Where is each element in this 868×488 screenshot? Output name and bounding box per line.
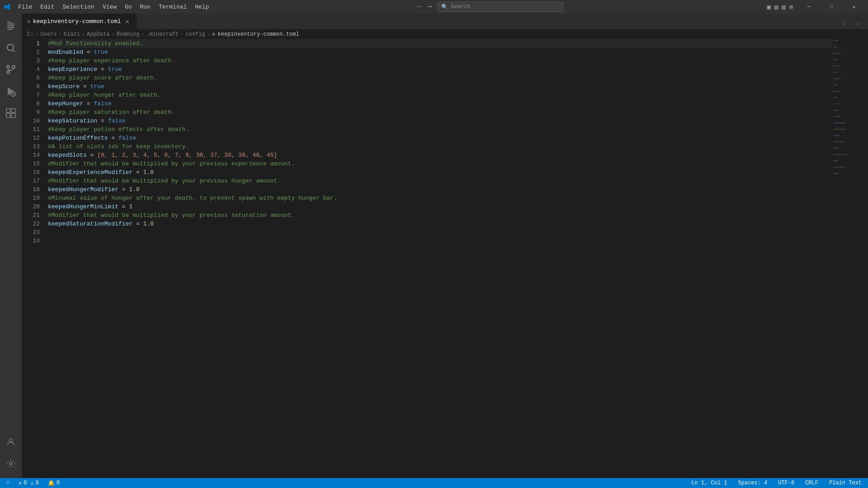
run-debug-icon	[5, 86, 16, 97]
line-number-22: 22	[22, 220, 40, 228]
activity-extensions[interactable]	[0, 102, 22, 124]
split-editor-button[interactable]: ⋮	[837, 16, 850, 29]
menu-go[interactable]: Go	[121, 3, 136, 11]
tab-bar: ⚙ keepinventory-common.toml ✕ ⋮ …	[22, 14, 868, 29]
code-line-19: #Minumal value of hunger after your deat…	[48, 194, 832, 202]
code-line-1: #Mod functionality enabled.	[48, 39, 832, 48]
editor-area: ⚙ keepinventory-common.toml ✕ ⋮ … C: › U…	[22, 14, 868, 478]
line-number-24: 24	[22, 237, 40, 245]
svg-rect-1	[7, 23, 14, 24]
svg-line-6	[13, 50, 15, 52]
account-icon	[6, 437, 16, 447]
svg-rect-0	[7, 22, 12, 23]
menu-view[interactable]: View	[99, 3, 120, 11]
breadcrumb-config[interactable]: config	[186, 31, 205, 38]
breadcrumb-minecraft[interactable]: .minecraft	[146, 31, 179, 38]
source-control-count: 0	[57, 480, 60, 486]
line-number-1: 1	[22, 39, 40, 48]
breadcrumb-appdata[interactable]: AppData	[87, 31, 109, 38]
activity-bar	[0, 14, 22, 478]
line-number-6: 6	[22, 82, 40, 91]
minimize-button[interactable]: ─	[798, 0, 819, 14]
activity-explorer[interactable]	[0, 15, 22, 37]
tab-keepinventory[interactable]: ⚙ keepinventory-common.toml ✕	[22, 14, 137, 29]
code-line-17: #Modifier that would be multiplied by yo…	[48, 177, 832, 185]
line-number-23: 23	[22, 228, 40, 237]
menu-edit[interactable]: Edit	[37, 3, 58, 11]
warning-count: 0	[36, 480, 39, 486]
source-control-status-icon: 🔔	[48, 480, 55, 487]
breadcrumb: C: › Users › blazi › AppData › Roaming ›…	[22, 29, 868, 39]
status-right: Ln 1, Col 1 Spaces: 4 UTF-8 CRLF Plain T…	[689, 478, 864, 488]
menu-terminal[interactable]: Terminal	[155, 3, 190, 11]
line-number-2: 2	[22, 48, 40, 56]
extensions-icon	[5, 108, 16, 118]
error-icon: ✕	[19, 480, 22, 487]
svg-point-8	[12, 66, 15, 68]
status-branch[interactable]: ⑂	[4, 478, 12, 488]
code-line-5: #Keep player score after death.	[48, 74, 832, 82]
activity-search[interactable]	[0, 37, 22, 59]
nav-back[interactable]: ←	[416, 2, 424, 12]
search-bar[interactable]: 🔍 Search	[437, 2, 564, 12]
breadcrumb-blazi[interactable]: blazi	[64, 31, 80, 38]
code-line-3: #Keep player experience after death.	[48, 56, 832, 65]
line-number-3: 3	[22, 56, 40, 65]
maximize-button[interactable]: □	[821, 0, 842, 14]
layout-icon-2[interactable]: ▤	[774, 3, 778, 11]
encoding-label: UTF-8	[778, 480, 794, 486]
menu-selection[interactable]: Selection	[59, 3, 98, 11]
breadcrumb-roaming[interactable]: Roaming	[117, 31, 139, 38]
line-ending-label: CRLF	[805, 480, 818, 486]
layout-icon-3[interactable]: ▥	[782, 3, 785, 11]
menu-help[interactable]: Help	[191, 3, 212, 11]
status-source-control[interactable]: 🔔 0	[45, 478, 62, 488]
svg-point-19	[9, 439, 12, 442]
svg-point-5	[7, 44, 14, 51]
tab-icon: ⚙	[27, 19, 30, 24]
line-number-11: 11	[22, 125, 40, 134]
svg-rect-18	[11, 113, 15, 117]
line-number-13: 13	[22, 142, 40, 151]
svg-rect-4	[7, 29, 13, 30]
breadcrumb-filename[interactable]: keepinventory-common.toml	[218, 31, 299, 38]
menu-bar: File Edit Selection View Go Run Terminal…	[14, 3, 213, 11]
line-number-19: 19	[22, 194, 40, 202]
more-actions-button[interactable]: …	[852, 16, 864, 29]
line-number-16: 16	[22, 168, 40, 177]
close-button[interactable]: ✕	[844, 0, 864, 14]
code-line-18: keepedHungerModifier = 1.0	[48, 185, 832, 194]
status-encoding[interactable]: UTF-8	[775, 478, 797, 488]
activity-settings[interactable]	[0, 453, 22, 474]
code-content[interactable]: #Mod functionality enabled.modEnabled = …	[44, 39, 832, 478]
menu-file[interactable]: File	[14, 3, 36, 11]
code-line-13: #A list of slots ids for keep inventory.	[48, 142, 832, 151]
code-line-8: keepHunger = false	[48, 99, 832, 108]
code-line-23	[48, 228, 832, 237]
status-errors[interactable]: ✕ 0 ⚠ 0	[16, 478, 42, 488]
error-count: 0	[24, 480, 27, 486]
activity-run-debug[interactable]	[0, 80, 22, 102]
settings-icon	[6, 459, 16, 469]
svg-rect-17	[6, 113, 10, 117]
warning-icon: ⚠	[30, 480, 33, 487]
code-editor[interactable]: 123456789101112131415161718192021222324 …	[22, 39, 868, 478]
layout-icon-4[interactable]: ⊞	[789, 3, 793, 11]
svg-point-7	[7, 66, 9, 68]
status-position[interactable]: Ln 1, Col 1	[689, 478, 730, 488]
code-line-20: keepedHungerMinLimit = 1	[48, 202, 832, 211]
nav-forward[interactable]: →	[425, 2, 434, 12]
explorer-icon	[5, 21, 16, 32]
menu-run[interactable]: Run	[136, 3, 154, 11]
activity-source-control[interactable]	[0, 59, 22, 80]
activity-account[interactable]	[0, 431, 22, 453]
status-spaces[interactable]: Spaces: 4	[735, 478, 770, 488]
source-control-icon	[5, 64, 16, 75]
code-line-12: keepPotionEffects = false	[48, 134, 832, 142]
tab-close-button[interactable]: ✕	[124, 18, 131, 25]
status-line-ending[interactable]: CRLF	[802, 478, 821, 488]
layout-icon-1[interactable]: ▣	[767, 3, 770, 11]
breadcrumb-users[interactable]: Users	[41, 31, 57, 38]
status-language[interactable]: Plain Text	[826, 478, 864, 488]
breadcrumb-c[interactable]: C:	[27, 31, 33, 38]
